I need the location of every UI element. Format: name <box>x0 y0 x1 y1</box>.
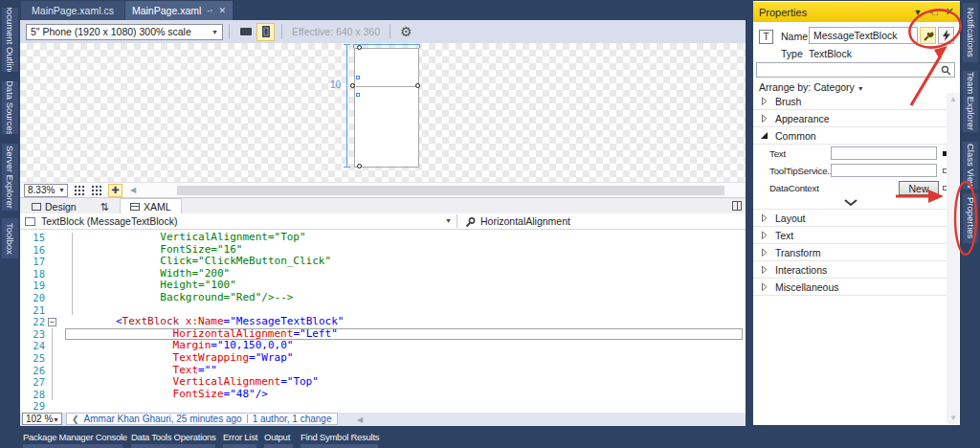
code-line-29[interactable] <box>65 400 743 413</box>
phone-canvas[interactable] <box>354 48 419 168</box>
design-view-tab[interactable]: Design <box>22 199 86 214</box>
designer-hscrollbar[interactable] <box>158 186 744 195</box>
bottom-tab-find-symbol-results[interactable]: Find Symbol Results <box>301 432 379 442</box>
category-common[interactable]: Common <box>753 127 948 145</box>
scroll-left-icon[interactable]: ◀ <box>357 415 363 424</box>
rail-tab-data-sources[interactable]: Data Sources <box>2 81 18 134</box>
expand-triangle-icon[interactable] <box>761 248 768 257</box>
new-button[interactable]: New <box>899 181 939 195</box>
rail-tab-server-explorer[interactable]: Server Explorer <box>2 144 18 211</box>
properties-title-bar[interactable]: Properties ▼ -□ ✕ <box>753 2 960 22</box>
breadcrumb-element[interactable]: TextBlock (MessageTextBlock) <box>41 215 177 227</box>
codelens-indicator[interactable]: ❮ Ammar Khan Ghauri, 25 minutes ago 1 au… <box>66 413 338 425</box>
xaml-designer-surface[interactable]: 10 <box>20 43 746 182</box>
split-pane-icon[interactable] <box>732 201 742 211</box>
snapline-toggle-button[interactable]: ✚ <box>108 184 122 197</box>
rail-tab-class-view[interactable]: Class View <box>963 142 978 190</box>
bottom-tab-output[interactable]: Output <box>264 432 290 442</box>
pin-icon[interactable]: -□ <box>929 8 937 17</box>
code-line-20[interactable]: Background="Red"/>--> <box>65 292 743 304</box>
show-advanced-properties[interactable] <box>753 196 948 210</box>
category-text[interactable]: Text <box>753 227 948 244</box>
properties-mode-button[interactable] <box>920 27 936 44</box>
bottom-tab-package-manager-console[interactable]: Package Manager Console <box>23 432 127 442</box>
bottom-tab-highlight <box>264 444 293 448</box>
category-layout[interactable]: Layout <box>753 210 948 227</box>
codelens-changes[interactable]: 1 author, 1 change <box>253 414 332 424</box>
expand-triangle-icon[interactable] <box>761 114 768 123</box>
window-menu-icon[interactable]: ▼ <box>913 8 922 17</box>
rail-tab-document-outline[interactable]: Document Outline <box>2 8 18 72</box>
category-miscellaneous[interactable]: Miscellaneous <box>753 279 948 296</box>
category-interactions[interactable]: Interactions <box>753 261 948 279</box>
separator <box>229 24 230 39</box>
tab-mainpage-xaml[interactable]: MainPage.xaml -◦ ✕ <box>125 1 233 20</box>
lightning-icon <box>942 30 951 41</box>
category-appearance[interactable]: Appearance <box>753 110 948 127</box>
code-line-23[interactable]: HorizontalAlignment="Left" <box>65 328 743 341</box>
codelens-author[interactable]: Ammar Khan Ghauri, 25 minutes ago <box>84 414 242 424</box>
expand-triangle-icon[interactable] <box>761 231 768 239</box>
scroll-up-icon[interactable]: ▲ <box>949 95 957 103</box>
selection-handle-right[interactable] <box>415 83 420 88</box>
landscape-button[interactable] <box>236 23 255 41</box>
collapse-triangle-icon[interactable] <box>761 131 768 140</box>
tab-mainpage-xaml-cs[interactable]: MainPage.xaml.cs <box>21 1 124 20</box>
events-mode-button[interactable] <box>938 27 954 44</box>
property-value-input[interactable] <box>831 146 937 160</box>
code-line-28[interactable]: FontSize="48"/> <box>65 389 743 401</box>
xaml-view-icon <box>130 203 140 211</box>
designer-zoom-selector[interactable]: 8.33% ▼ <box>24 184 68 197</box>
expand-triangle-icon[interactable] <box>761 282 768 291</box>
textblock-top-edge <box>356 86 417 87</box>
bottom-tab-data-tools-operations[interactable]: Data Tools Operations <box>131 432 216 442</box>
expand-triangle-icon[interactable] <box>761 265 768 274</box>
code-line-22[interactable]: <TextBlock x:Name="MessageTextBlock" <box>65 316 743 328</box>
scroll-down-icon[interactable]: ▼ <box>949 414 957 422</box>
category-brush[interactable]: Brush <box>753 93 948 110</box>
property-value-input[interactable] <box>831 164 937 177</box>
rail-tab-team-explorer[interactable]: Team Explorer <box>963 71 978 132</box>
collapse-toggle[interactable]: − <box>48 318 56 326</box>
code-line-27[interactable]: VerticalAlignment="Top" <box>65 376 743 389</box>
grid-toggle-icon[interactable] <box>74 185 85 196</box>
expand-triangle-icon[interactable] <box>761 97 768 105</box>
properties-scrollbar[interactable]: ▲ ▼ <box>947 93 959 424</box>
xaml-code-editor[interactable]: 151617181920212223242526272829 − Vertica… <box>20 230 746 413</box>
scroll-left-icon[interactable]: ◀ <box>130 186 136 194</box>
chevron-down-icon <box>844 199 858 207</box>
expand-triangle-icon[interactable] <box>761 213 768 222</box>
close-icon[interactable]: ✕ <box>219 6 227 15</box>
chevron-down-icon[interactable]: ▼ <box>445 217 452 224</box>
rail-tab-notifications[interactable]: Notifications <box>963 3 978 62</box>
xaml-view-tab[interactable]: XAML <box>120 198 182 214</box>
breadcrumb-member[interactable]: HorizontalAlignment <box>480 215 570 227</box>
gear-icon[interactable]: ⚙ <box>400 24 412 39</box>
rail-tab-properties[interactable]: Properties <box>963 193 978 243</box>
close-icon[interactable]: ✕ <box>946 6 954 18</box>
selection-handle-bottom[interactable] <box>357 164 362 168</box>
portrait-button[interactable] <box>256 23 275 41</box>
rail-tab-toolbox[interactable]: Toolbox <box>2 218 18 258</box>
selection-handle-left[interactable] <box>350 83 355 88</box>
properties-search-input[interactable] <box>756 62 955 78</box>
category-label: Appearance <box>775 113 830 124</box>
device-selector[interactable]: 5" Phone (1920 x 1080) 300% scale ▼ <box>26 24 223 40</box>
line-number: 23 <box>20 328 45 341</box>
name-input[interactable]: MessageTextBlock <box>809 27 918 44</box>
property-row-datacontext: DataContextNew <box>753 179 948 196</box>
bottom-tab-error-list[interactable]: Error List <box>223 432 257 442</box>
scrollbar-thumb[interactable] <box>177 186 724 195</box>
arrange-by-selector[interactable]: Arrange by: Category ▼ <box>759 81 864 93</box>
category-transform[interactable]: Transform <box>753 244 948 261</box>
code-line-25[interactable]: TextWrapping="Wrap" <box>65 352 743 365</box>
selection-handle-top[interactable] <box>357 45 362 50</box>
pin-icon[interactable]: -◦ <box>207 6 212 15</box>
snapgrid-toggle-icon[interactable] <box>91 185 102 196</box>
swap-panes-button[interactable]: ⇅ <box>95 199 114 214</box>
code-line-24[interactable]: Margin="10,150,0,0" <box>65 340 743 352</box>
editor-column: MainPage.xaml.cs MainPage.xaml -◦ ✕ 5" P… <box>20 0 746 426</box>
code-line-26[interactable]: Text="" <box>65 365 743 377</box>
editor-zoom-selector[interactable]: 102 % ▼ <box>22 413 62 425</box>
effective-resolution-label: Effective: 640 x 360 <box>292 26 380 37</box>
